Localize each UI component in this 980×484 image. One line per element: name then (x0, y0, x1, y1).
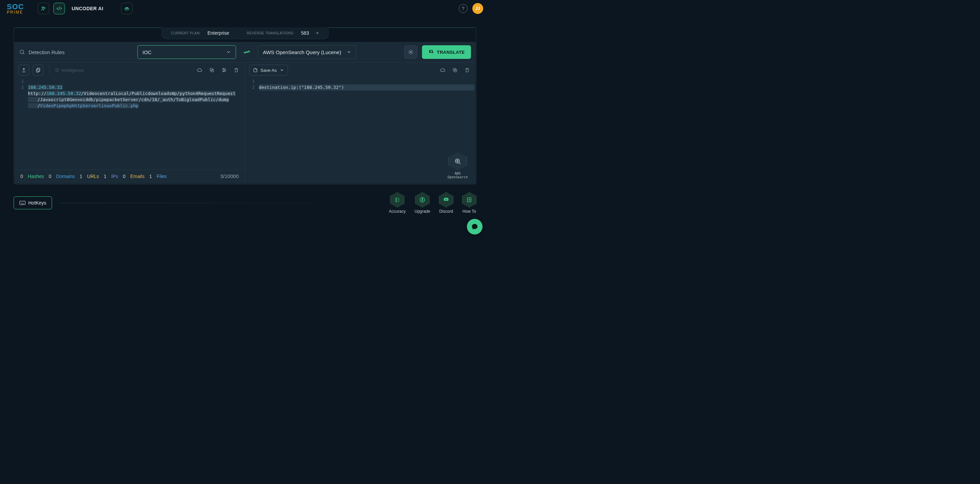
svg-point-4 (20, 50, 24, 54)
howto-button[interactable]: How To (462, 192, 476, 214)
settings-button[interactable] (404, 46, 417, 59)
upload-button[interactable] (18, 65, 29, 75)
svg-point-12 (224, 70, 226, 71)
chat-icon (471, 223, 479, 230)
translate-label: TRANSLATE (437, 50, 465, 55)
input-code-body[interactable]: 188.245.50.32 http://188.245.50.32/Video… (27, 78, 245, 169)
cloud-button-out[interactable] (438, 65, 447, 75)
hotkeys-button[interactable]: HotKeys (14, 196, 52, 209)
delete-button[interactable] (232, 65, 241, 75)
reverse-label: REVERSE TRANSLATIONS: (247, 31, 294, 35)
app-title: UNCODER AI (72, 6, 103, 11)
main-frame: CURRENT PLAN: Enterprise REVERSE TRANSLA… (14, 27, 476, 184)
trash-icon (465, 67, 470, 73)
output-gutter: 1 2 (245, 78, 258, 184)
trash-icon (234, 67, 239, 73)
logo[interactable]: SOC PRIME (7, 2, 24, 14)
swap-button[interactable] (241, 46, 253, 58)
input-format-value: IOC (143, 50, 152, 55)
svg-point-13 (223, 71, 224, 72)
reverse-value: 583 (301, 30, 309, 36)
svg-rect-19 (468, 198, 471, 202)
code-ip: 188.245.50.32 (28, 85, 62, 90)
input-editor: Intelligence 1 2 188.245.50.32 ht (14, 62, 245, 184)
current-plan-label: CURRENT PLAN: (171, 31, 200, 35)
copy-icon (209, 67, 215, 73)
checklist-icon (394, 197, 400, 203)
cloud-icon (197, 67, 202, 73)
discord-icon (443, 197, 449, 203)
chip-icon (55, 68, 59, 72)
plan-strip: CURRENT PLAN: Enterprise REVERSE TRANSLA… (161, 27, 329, 39)
clipboard-icon (35, 67, 41, 73)
chevron-down-icon (280, 68, 284, 72)
accuracy-button[interactable]: Accuracy (389, 192, 406, 214)
input-code-area[interactable]: 1 2 188.245.50.32 http://188.245.50.32/V… (14, 78, 245, 169)
chevron-down-icon (347, 50, 351, 54)
current-plan-value: Enterprise (207, 30, 229, 36)
svg-point-1 (44, 8, 45, 8)
chat-fab[interactable] (467, 219, 482, 235)
hotkeys-label: HotKeys (28, 200, 46, 206)
discord-button[interactable]: Discord (439, 192, 453, 214)
nav-icon-uncoder[interactable] (53, 3, 65, 14)
svg-point-0 (42, 7, 43, 8)
svg-rect-8 (56, 69, 59, 72)
intelligence-toggle[interactable]: Intelligence (55, 68, 84, 73)
add-translations-button[interactable]: + (316, 30, 319, 36)
gear-icon (408, 50, 414, 55)
search-label: Detection Rules (29, 50, 65, 55)
upload-icon (21, 67, 27, 73)
upgrade-button[interactable]: Upgrade (415, 192, 430, 214)
svg-rect-17 (20, 201, 25, 205)
copy-button[interactable] (207, 65, 216, 75)
svg-point-5 (410, 51, 412, 53)
topbar: SOC PRIME UNCODER AI ? JJ (0, 0, 490, 17)
ioc-stats: 0Hashes 0Domains 1URLs 1IPs 0Emails 1Fil… (14, 169, 245, 182)
char-counter: 3/10000 (220, 173, 239, 179)
save-as-label: Save As (261, 68, 277, 73)
svg-rect-6 (37, 68, 40, 71)
toolbar: Detection Rules IOC AWS OpenSearch Query… (14, 42, 476, 62)
input-gutter: 1 2 (14, 78, 27, 169)
translate-icon (428, 49, 434, 55)
copy-icon (452, 67, 458, 73)
help-icon[interactable]: ? (459, 4, 468, 13)
filter-button[interactable] (220, 65, 229, 75)
output-format-selector[interactable]: AWS OpenSearch Query (Lucene) (258, 45, 356, 59)
avatar[interactable]: JJ (473, 3, 483, 14)
svg-point-20 (469, 200, 470, 200)
book-icon (466, 197, 473, 203)
opensearch-icon (453, 157, 462, 165)
translate-button[interactable]: TRANSLATE (422, 45, 471, 59)
nav-icon-3[interactable] (121, 3, 133, 14)
clipboard-button[interactable] (33, 65, 43, 75)
keyboard-icon (19, 200, 25, 205)
output-code-area[interactable]: 1 2 destination.ip:("188.245.50.32") AWS… (245, 78, 476, 184)
copy-button-out[interactable] (450, 65, 460, 75)
divider (59, 203, 382, 203)
output-editor: Save As 1 2 destination.ip:("18 (245, 62, 476, 184)
chevron-down-icon (226, 50, 231, 54)
save-as-button[interactable]: Save As (249, 65, 288, 75)
cloud-icon (440, 67, 445, 73)
delete-button-out[interactable] (463, 65, 472, 75)
search-icon (19, 49, 25, 55)
svg-rect-7 (37, 69, 39, 72)
output-format-value: AWS OpenSearch Query (Lucene) (263, 50, 341, 55)
aws-badge: AWSOpenSearch (446, 152, 469, 179)
intelligence-label: Intelligence (62, 68, 84, 73)
sliders-icon (221, 67, 227, 73)
cloud-button[interactable] (195, 65, 204, 75)
nav-icon-1[interactable] (38, 3, 49, 14)
input-format-selector[interactable]: IOC (137, 45, 236, 59)
dollar-icon (419, 197, 425, 203)
detection-rules-search[interactable]: Detection Rules (19, 49, 87, 55)
file-icon (253, 68, 258, 72)
output-code-body[interactable]: destination.ip:("188.245.50.32") (258, 78, 476, 184)
svg-point-11 (223, 69, 224, 69)
